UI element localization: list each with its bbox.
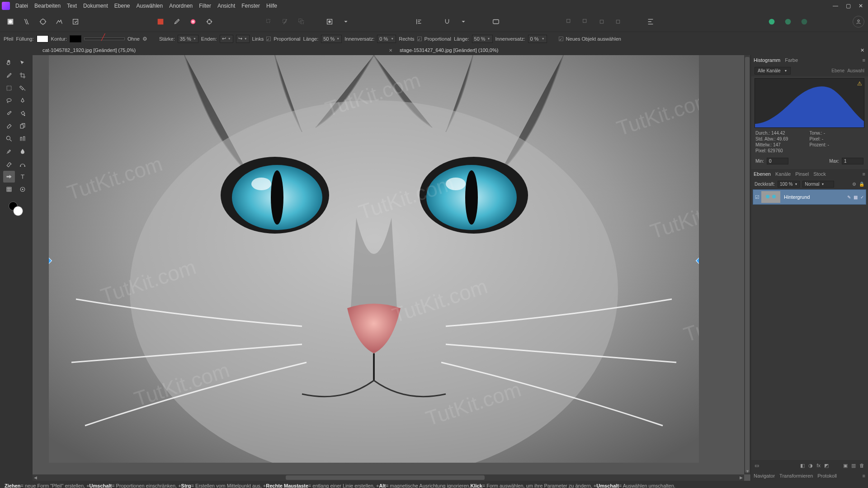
tab-history[interactable]: Protokoll: [817, 473, 837, 479]
scrollbar-thumb[interactable]: [286, 475, 485, 480]
scroll-right-icon[interactable]: ▶: [740, 475, 743, 480]
delete-layer-icon[interactable]: 🗑: [859, 463, 864, 468]
right-inset-dropdown[interactable]: 0 %▼: [528, 35, 547, 43]
persona-tone-icon[interactable]: [52, 15, 66, 28]
close-icon[interactable]: ✕: [860, 47, 864, 53]
tab-transform[interactable]: Transformieren: [779, 473, 813, 479]
tab-histogram[interactable]: Histogramm: [754, 57, 780, 63]
group-layer-icon[interactable]: ▥: [851, 463, 856, 469]
panel-menu-icon[interactable]: ≡: [863, 473, 865, 479]
max-input[interactable]: [842, 158, 863, 164]
right-length-dropdown[interactable]: 50 %▼: [472, 35, 493, 43]
text-tool-icon[interactable]: [17, 171, 28, 183]
layer-mask-icon[interactable]: ▭: [755, 463, 759, 469]
align-distribute-icon[interactable]: [644, 15, 657, 28]
visible-icon[interactable]: ✓: [860, 195, 864, 200]
lasso-tool-icon[interactable]: [3, 95, 15, 107]
persona-liquify-icon[interactable]: [20, 15, 33, 28]
gear-icon[interactable]: ⚙: [142, 36, 147, 42]
add-layer-icon[interactable]: ▣: [843, 463, 848, 469]
document-tab[interactable]: stage-1531427_640.jpg [Geändert] (100,0%…: [396, 45, 502, 55]
menu-anordnen[interactable]: Anordnen: [169, 3, 193, 9]
end-left-dropdown[interactable]: ↩▼: [220, 35, 233, 43]
flood-select-icon[interactable]: [17, 82, 28, 94]
tab-channels[interactable]: Kanäle: [775, 171, 791, 177]
min-input[interactable]: [767, 158, 788, 164]
selection-subtract-icon[interactable]: [278, 15, 292, 28]
left-proportional-checkbox[interactable]: [266, 37, 271, 41]
channel-dropdown[interactable]: Alle Kanäle▼: [755, 67, 791, 75]
menu-bearbeiten[interactable]: Bearbeiten: [34, 3, 61, 9]
stroke-style-slider[interactable]: ╱: [84, 38, 125, 40]
vector-tool-icon[interactable]: [17, 158, 28, 170]
panel-menu-icon[interactable]: ≡: [863, 57, 865, 63]
tab-stock[interactable]: Stock: [813, 171, 826, 177]
move-tool-icon[interactable]: [17, 57, 28, 69]
pen-tool-icon[interactable]: [17, 95, 28, 107]
add-live-filter-icon[interactable]: ◑: [808, 463, 813, 469]
align-left-icon[interactable]: [412, 15, 426, 28]
menu-ansicht[interactable]: Ansicht: [217, 3, 235, 9]
lock-icon[interactable]: 🔒: [859, 182, 864, 187]
hand-tool-icon[interactable]: [3, 57, 15, 69]
fill-swatch[interactable]: [37, 35, 48, 42]
new-select-checkbox[interactable]: [559, 37, 563, 41]
dodge-tool-icon[interactable]: [3, 158, 15, 170]
zoom-tool-icon[interactable]: [3, 133, 15, 145]
selection-add-icon[interactable]: [262, 15, 276, 28]
add-fx-icon[interactable]: fx: [816, 463, 821, 468]
arrow-shape-tool-icon[interactable]: [3, 171, 15, 183]
strength-dropdown[interactable]: 35 %▼: [178, 35, 198, 43]
stock-icon[interactable]: [765, 15, 778, 28]
menu-hilfe[interactable]: Hilfe: [266, 3, 277, 9]
selection-intersect-icon[interactable]: [295, 15, 308, 28]
color-swap[interactable]: [9, 202, 24, 217]
window-maximize-button[interactable]: ▢: [843, 2, 854, 10]
menu-filter[interactable]: Filter: [199, 3, 211, 9]
scroll-down-icon[interactable]: ▼: [745, 469, 750, 474]
layer-visibility-icon[interactable]: ☑: [755, 194, 760, 200]
color-wheel-icon[interactable]: [186, 15, 200, 28]
dropdown-caret-icon[interactable]: [339, 15, 353, 28]
menu-fenster[interactable]: Fenster: [241, 3, 260, 9]
foreground-color-swatch[interactable]: [13, 206, 23, 216]
menu-ebene[interactable]: Ebene: [114, 3, 130, 9]
scroll-left-icon[interactable]: ◀: [34, 475, 37, 480]
persona-photo-icon[interactable]: [4, 15, 17, 28]
arrange-front-icon[interactable]: [611, 15, 625, 28]
right-proportional-checkbox[interactable]: [417, 37, 422, 41]
healing-tool-icon[interactable]: [3, 145, 15, 157]
account-icon[interactable]: [797, 15, 811, 28]
persona-export-icon[interactable]: [69, 15, 82, 28]
document-tab[interactable]: cat-1045782_1920.jpg [Geändert] (75,0%) …: [39, 45, 396, 55]
crop-tool-icon[interactable]: [17, 70, 28, 81]
gear-icon[interactable]: ⚙: [852, 182, 856, 187]
arrange-back-icon[interactable]: [562, 15, 576, 28]
arrange-forward-icon[interactable]: [595, 15, 609, 28]
target-tool-icon[interactable]: [17, 183, 28, 195]
menu-dokument[interactable]: Dokument: [83, 3, 108, 9]
menu-text[interactable]: Text: [67, 3, 77, 9]
edit-icon[interactable]: ✎: [847, 195, 851, 200]
snap-icon[interactable]: [440, 15, 454, 28]
close-icon[interactable]: ✕: [389, 48, 392, 53]
vertical-scrollbar[interactable]: ▲ ▼: [744, 55, 750, 474]
blend-dropdown[interactable]: Normal▼: [802, 181, 834, 188]
menu-datei[interactable]: Datei: [15, 3, 28, 9]
brush-tool-icon[interactable]: [3, 108, 15, 119]
smudge-tool-icon[interactable]: [17, 145, 28, 157]
eraser-tool-icon[interactable]: [3, 120, 15, 132]
opacity-dropdown[interactable]: 100 %▼: [778, 181, 800, 188]
scrollbar-thumb[interactable]: [745, 57, 750, 473]
window-minimize-button[interactable]: —: [830, 2, 841, 10]
clone-tool-icon[interactable]: [17, 120, 28, 132]
end-right-dropdown[interactable]: ↪▼: [236, 35, 250, 43]
tab-brushes[interactable]: Pinsel: [795, 171, 809, 177]
document-canvas[interactable]: TutKit.comTutKit.comTutKit.com TutKit.co…: [49, 55, 699, 463]
horizontal-scrollbar[interactable]: ◀ ▶: [33, 474, 744, 481]
tab-layers[interactable]: Ebenen: [754, 171, 771, 177]
selection-brush-icon[interactable]: [3, 82, 15, 94]
panel-menu-icon[interactable]: ≡: [863, 171, 865, 177]
dropdown-caret-icon[interactable]: [457, 15, 470, 28]
left-length-dropdown[interactable]: 50 %▼: [321, 35, 342, 43]
